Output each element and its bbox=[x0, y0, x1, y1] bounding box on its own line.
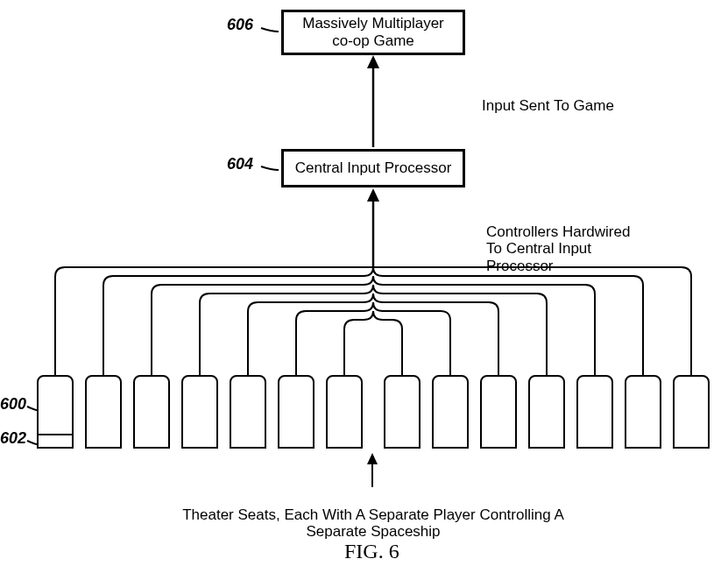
ref-606-text: 606 bbox=[227, 16, 253, 33]
theater-seat bbox=[37, 375, 74, 435]
figure-label: FIG. 6 bbox=[344, 540, 399, 563]
label-input-sent-text: Input Sent To Game bbox=[482, 97, 614, 114]
theater-seat bbox=[528, 375, 565, 449]
svg-marker-1 bbox=[367, 55, 379, 68]
figure-label-text: FIG. 6 bbox=[344, 540, 399, 562]
label-hardwired-text: Controllers Hardwired To Central Input P… bbox=[486, 223, 630, 274]
svg-marker-3 bbox=[367, 188, 379, 202]
ref-604: 604 bbox=[227, 155, 253, 173]
theater-seat bbox=[480, 375, 517, 449]
theater-seat bbox=[181, 375, 218, 449]
label-input-sent: Input Sent To Game bbox=[482, 97, 614, 115]
theater-seat bbox=[625, 375, 661, 449]
theater-seat bbox=[85, 375, 122, 449]
ref-602: 602 bbox=[0, 429, 26, 448]
theater-seat bbox=[384, 375, 421, 449]
ref-602-text: 602 bbox=[0, 429, 26, 447]
svg-marker-5 bbox=[367, 453, 378, 464]
ref-604-text: 604 bbox=[227, 155, 253, 173]
theater-seat bbox=[432, 375, 469, 449]
theater-seat bbox=[326, 375, 363, 449]
ref-600-text: 600 bbox=[0, 395, 26, 413]
connector-lines bbox=[0, 0, 728, 573]
theater-seat bbox=[278, 375, 315, 449]
label-hardwired: Controllers Hardwired To Central Input P… bbox=[486, 206, 630, 274]
ref-606: 606 bbox=[227, 16, 253, 34]
theater-seat bbox=[576, 375, 613, 449]
seats-caption-text: Theater Seats, Each With A Separate Play… bbox=[182, 506, 564, 541]
theater-seat bbox=[673, 375, 710, 449]
theater-seat bbox=[230, 375, 266, 449]
seats-caption: Theater Seats, Each With A Separate Play… bbox=[149, 489, 597, 541]
theater-seat bbox=[133, 375, 170, 449]
theater-seat-base bbox=[37, 434, 74, 449]
ref-600: 600 bbox=[0, 395, 26, 414]
